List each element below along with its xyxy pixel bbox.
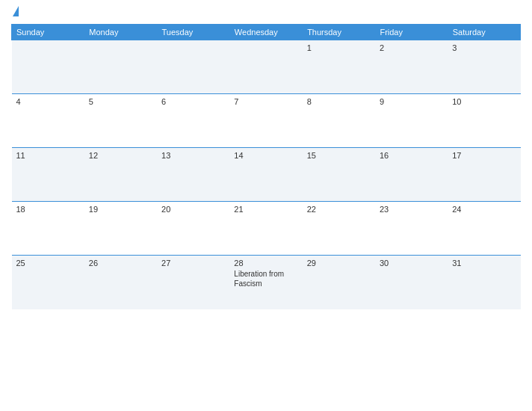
- weekday-header-cell: Saturday: [448, 25, 520, 40]
- calendar-day-cell: 27: [157, 256, 229, 309]
- day-number: 14: [234, 151, 297, 160]
- day-number: 4: [16, 97, 80, 106]
- calendar-day-cell: 9: [375, 94, 448, 148]
- day-number: 26: [89, 259, 152, 268]
- day-number: 30: [380, 259, 443, 268]
- calendar-day-cell: 23: [375, 202, 448, 256]
- calendar-day-cell: [12, 40, 84, 94]
- day-number: 17: [452, 151, 516, 160]
- day-number: 29: [307, 259, 371, 268]
- day-number: 15: [307, 151, 371, 160]
- calendar-day-cell: 14: [229, 148, 302, 202]
- day-number: 6: [161, 97, 225, 106]
- calendar-day-cell: 5: [84, 94, 157, 148]
- calendar-table: SundayMondayTuesdayWednesdayThursdayFrid…: [11, 24, 521, 309]
- calendar-day-cell: 16: [375, 148, 448, 202]
- logo-flag-icon: [13, 6, 19, 16]
- calendar-week-row: 18192021222324: [12, 202, 521, 256]
- calendar-day-cell: [84, 40, 157, 94]
- calendar-day-cell: 12: [84, 148, 157, 202]
- calendar-day-cell: 25: [12, 256, 84, 309]
- calendar-week-row: 25262728Liberation from Fascism293031: [12, 256, 521, 309]
- calendar-day-cell: 21: [229, 202, 302, 256]
- day-number: 11: [16, 151, 80, 160]
- calendar-day-cell: 15: [303, 148, 375, 202]
- day-number: 23: [380, 205, 443, 214]
- calendar-day-cell: 26: [84, 256, 157, 309]
- weekday-header-row: SundayMondayTuesdayWednesdayThursdayFrid…: [12, 25, 521, 40]
- weekday-header-cell: Friday: [375, 25, 448, 40]
- day-number: 25: [16, 259, 80, 268]
- calendar-day-cell: 11: [12, 148, 84, 202]
- weekday-header-cell: Wednesday: [229, 25, 302, 40]
- calendar-week-row: 11121314151617: [12, 148, 521, 202]
- day-number: 19: [89, 205, 152, 214]
- weekday-header-cell: Tuesday: [157, 25, 229, 40]
- calendar-day-cell: 17: [448, 148, 520, 202]
- calendar-day-cell: 24: [448, 202, 520, 256]
- calendar-day-cell: 29: [303, 256, 375, 309]
- calendar-day-cell: 13: [157, 148, 229, 202]
- day-number: 28: [234, 259, 297, 268]
- day-number: 8: [307, 97, 371, 106]
- calendar-day-cell: 30: [375, 256, 448, 309]
- logo: [11, 7, 19, 18]
- calendar-day-cell: 8: [303, 94, 375, 148]
- calendar-container: SundayMondayTuesdayWednesdayThursdayFrid…: [0, 0, 532, 411]
- weekday-header-cell: Thursday: [303, 25, 375, 40]
- calendar-day-cell: 10: [448, 94, 520, 148]
- day-number: 16: [380, 151, 443, 160]
- calendar-header: [11, 7, 521, 18]
- day-number: 20: [161, 205, 225, 214]
- calendar-day-cell: 28Liberation from Fascism: [229, 256, 302, 309]
- calendar-day-cell: 31: [448, 256, 520, 309]
- weekday-header-cell: Sunday: [12, 25, 84, 40]
- day-number: 3: [452, 43, 516, 52]
- day-number: 22: [307, 205, 371, 214]
- calendar-day-cell: 22: [303, 202, 375, 256]
- day-number: 1: [307, 43, 371, 52]
- event-text: Liberation from Fascism: [234, 269, 297, 288]
- day-number: 24: [452, 205, 516, 214]
- calendar-day-cell: [157, 40, 229, 94]
- day-number: 12: [89, 151, 152, 160]
- calendar-day-cell: 1: [303, 40, 375, 94]
- calendar-day-cell: 20: [157, 202, 229, 256]
- day-number: 18: [16, 205, 80, 214]
- day-number: 7: [234, 97, 297, 106]
- calendar-day-cell: 19: [84, 202, 157, 256]
- day-number: 10: [452, 97, 516, 106]
- calendar-day-cell: 7: [229, 94, 302, 148]
- calendar-day-cell: 18: [12, 202, 84, 256]
- day-number: 21: [234, 205, 297, 214]
- day-number: 13: [161, 151, 225, 160]
- day-number: 9: [380, 97, 443, 106]
- day-number: 5: [89, 97, 152, 106]
- day-number: 2: [380, 43, 443, 52]
- day-number: 27: [161, 259, 225, 268]
- calendar-week-row: 45678910: [12, 94, 521, 148]
- calendar-day-cell: 3: [448, 40, 520, 94]
- calendar-day-cell: 6: [157, 94, 229, 148]
- calendar-day-cell: [229, 40, 302, 94]
- weekday-header-cell: Monday: [84, 25, 157, 40]
- calendar-week-row: 123: [12, 40, 521, 94]
- day-number: 31: [452, 259, 516, 268]
- calendar-day-cell: 4: [12, 94, 84, 148]
- calendar-day-cell: 2: [375, 40, 448, 94]
